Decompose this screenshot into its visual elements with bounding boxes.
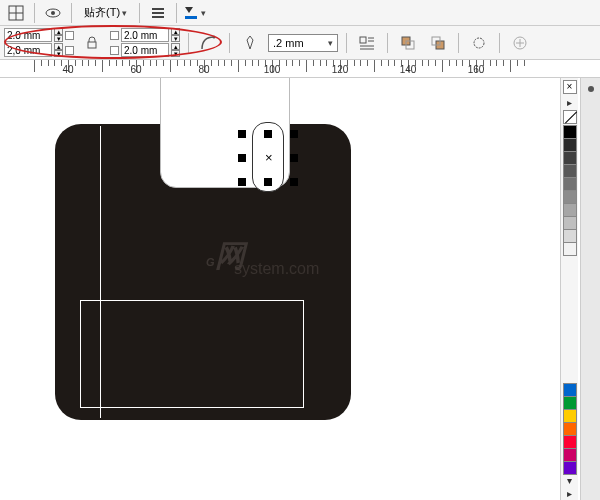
svg-rect-8 bbox=[185, 16, 197, 19]
separator bbox=[229, 33, 230, 53]
color-swatch[interactable] bbox=[563, 177, 577, 191]
svg-rect-9 bbox=[88, 42, 96, 48]
chevron-down-icon: ▾ bbox=[122, 8, 127, 18]
separator bbox=[188, 33, 189, 53]
spinner[interactable]: ▴▾ bbox=[54, 28, 63, 42]
property-bar: ▴▾ ▴▾ ▴▾ ▴▾ .2 mm▾ bbox=[0, 26, 600, 60]
corner-tr-row: ▴▾ bbox=[110, 28, 180, 42]
color-swatch[interactable] bbox=[563, 216, 577, 230]
svg-rect-6 bbox=[152, 12, 164, 14]
selection-handle[interactable] bbox=[290, 178, 298, 186]
outline-width-dropdown[interactable]: .2 mm▾ bbox=[268, 34, 338, 52]
color-palette: × ▸ ▾ ▸ bbox=[560, 78, 578, 500]
ruler-label: 60 bbox=[130, 64, 141, 75]
selection-handle[interactable] bbox=[264, 130, 272, 138]
color-swatch[interactable] bbox=[563, 396, 577, 410]
corner-radius-tl[interactable] bbox=[4, 28, 52, 42]
no-color-swatch[interactable] bbox=[563, 110, 577, 124]
selection-handle[interactable] bbox=[264, 178, 272, 186]
palette-scroll-down-icon[interactable]: ▾ bbox=[567, 475, 572, 486]
color-swatch[interactable] bbox=[563, 151, 577, 165]
color-swatch[interactable] bbox=[563, 203, 577, 217]
color-swatch[interactable] bbox=[563, 435, 577, 449]
color-swatch[interactable] bbox=[563, 138, 577, 152]
corner-radius-group-left: ▴▾ ▴▾ bbox=[4, 28, 74, 57]
grid-icon[interactable] bbox=[4, 2, 28, 24]
palette-cursor-icon[interactable]: ▸ bbox=[567, 97, 572, 108]
toolbar-top: 贴齐(T)▾ ▾ bbox=[0, 0, 600, 26]
corner-bl-row: ▴▾ bbox=[4, 43, 74, 57]
outline-width-value: .2 mm bbox=[273, 37, 304, 49]
corner-indicator-tr-icon bbox=[110, 31, 119, 40]
options-icon[interactable] bbox=[146, 2, 170, 24]
outline-pen-icon[interactable] bbox=[238, 32, 262, 54]
corner-indicator-bl-icon bbox=[65, 46, 74, 55]
color-swatch[interactable] bbox=[563, 448, 577, 462]
corner-tl-row: ▴▾ bbox=[4, 28, 74, 42]
selection-handle[interactable] bbox=[238, 154, 246, 162]
corner-indicator-br-icon bbox=[110, 46, 119, 55]
eye-icon[interactable] bbox=[41, 2, 65, 24]
chevron-down-icon: ▾ bbox=[328, 38, 333, 48]
lock-corners-icon[interactable] bbox=[80, 32, 104, 54]
svg-point-4 bbox=[51, 11, 55, 15]
selection-center-icon[interactable]: × bbox=[265, 150, 273, 165]
snap-label: 贴齐(T) bbox=[84, 5, 120, 20]
drawing-canvas[interactable]: × G网 system.com bbox=[0, 78, 558, 500]
selection-handle[interactable] bbox=[238, 178, 246, 186]
add-icon[interactable] bbox=[508, 32, 532, 54]
color-swatch[interactable] bbox=[563, 383, 577, 397]
selection-handle[interactable] bbox=[290, 130, 298, 138]
svg-rect-11 bbox=[360, 37, 366, 43]
docker-handle-icon bbox=[588, 86, 594, 92]
docker-panel-collapsed[interactable] bbox=[580, 78, 600, 500]
palette-close-icon[interactable]: × bbox=[563, 80, 577, 94]
separator bbox=[499, 33, 500, 53]
color-swatch[interactable] bbox=[563, 164, 577, 178]
separator bbox=[71, 3, 72, 23]
separator bbox=[458, 33, 459, 53]
selection-handle[interactable] bbox=[238, 130, 246, 138]
color-swatch[interactable] bbox=[563, 125, 577, 139]
color-swatch[interactable] bbox=[563, 409, 577, 423]
separator bbox=[387, 33, 388, 53]
fill-dropdown[interactable]: ▾ bbox=[183, 2, 207, 24]
watermark-text: system.com bbox=[234, 260, 319, 278]
separator bbox=[139, 3, 140, 23]
ruler-label: 40 bbox=[62, 64, 73, 75]
ruler-label: 80 bbox=[198, 64, 209, 75]
spinner[interactable]: ▴▾ bbox=[171, 43, 180, 57]
separator bbox=[176, 3, 177, 23]
wrap-text-icon[interactable] bbox=[355, 32, 379, 54]
spinner[interactable]: ▴▾ bbox=[171, 28, 180, 42]
convert-curves-icon[interactable] bbox=[467, 32, 491, 54]
separator bbox=[346, 33, 347, 53]
corner-indicator-tl-icon bbox=[65, 31, 74, 40]
corner-radius-bl[interactable] bbox=[4, 43, 52, 57]
color-swatch[interactable] bbox=[563, 242, 577, 256]
corner-radius-tr[interactable] bbox=[121, 28, 169, 42]
svg-point-20 bbox=[474, 38, 484, 48]
color-swatch[interactable] bbox=[563, 461, 577, 475]
shape-label-rect[interactable] bbox=[80, 300, 304, 408]
svg-point-10 bbox=[213, 35, 216, 38]
corner-radius-br[interactable] bbox=[121, 43, 169, 57]
chevron-down-icon: ▾ bbox=[201, 8, 206, 18]
color-swatch[interactable] bbox=[563, 422, 577, 436]
palette-flyout-icon[interactable]: ▸ bbox=[567, 488, 572, 499]
svg-rect-7 bbox=[152, 16, 164, 18]
corner-radius-group-right: ▴▾ ▴▾ bbox=[110, 28, 180, 57]
color-swatch[interactable] bbox=[563, 229, 577, 243]
separator bbox=[34, 3, 35, 23]
color-swatch[interactable] bbox=[563, 190, 577, 204]
to-front-icon[interactable] bbox=[396, 32, 420, 54]
scale-corners-icon[interactable] bbox=[197, 32, 221, 54]
snap-menu[interactable]: 贴齐(T)▾ bbox=[78, 3, 133, 22]
ruler-horizontal: 406080100120140160 bbox=[0, 60, 600, 78]
svg-rect-5 bbox=[152, 8, 164, 10]
spinner[interactable]: ▴▾ bbox=[54, 43, 63, 57]
to-back-icon[interactable] bbox=[426, 32, 450, 54]
corner-br-row: ▴▾ bbox=[110, 43, 180, 57]
selection-handle[interactable] bbox=[290, 154, 298, 162]
